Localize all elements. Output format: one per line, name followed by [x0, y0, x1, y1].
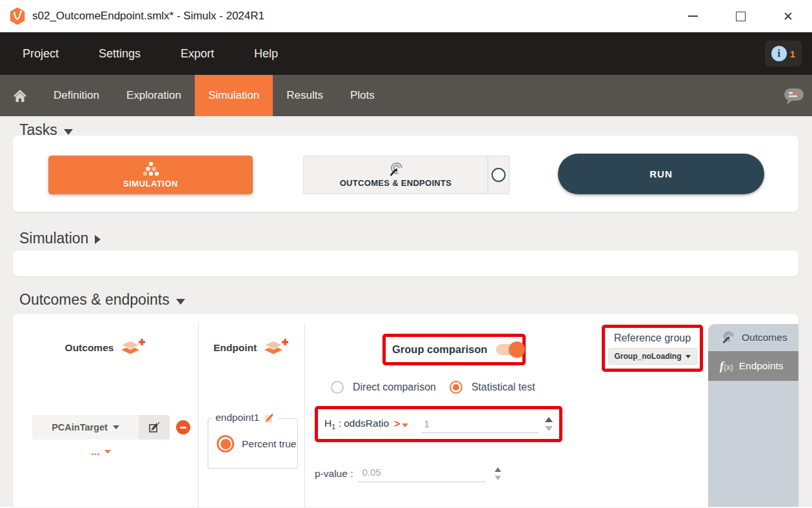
side-tab-outcomes[interactable]: Outcomes — [708, 324, 798, 351]
minimize-icon — [688, 15, 698, 17]
outcomes-endpoints-task-label: OUTCOMES & ENDPOINTS — [340, 178, 452, 188]
menu-export[interactable]: Export — [181, 47, 214, 61]
outcomes-column-header: Outcomes — [13, 337, 198, 359]
add-endpoint-icon[interactable] — [263, 338, 289, 358]
target-arrow-icon — [721, 331, 735, 344]
chevron-down-icon — [686, 355, 691, 358]
run-button[interactable]: RUN — [558, 154, 764, 194]
notification-count: 1 — [790, 48, 795, 59]
tab-plots[interactable]: Plots — [337, 75, 388, 116]
home-button[interactable] — [0, 75, 40, 116]
chat-icon — [782, 85, 806, 106]
more-outcomes-button[interactable]: ... — [91, 445, 111, 458]
minus-icon — [180, 427, 186, 429]
info-icon: i — [771, 46, 787, 61]
reference-group-label: Reference group — [614, 332, 691, 344]
side-panel: Outcomes f(x) Endpoints — [708, 324, 798, 507]
feedback-button[interactable] — [782, 75, 806, 116]
outcomes-endpoints-task-button[interactable]: OUTCOMES & ENDPOINTS — [303, 156, 510, 194]
endpoint-group: endpoint1 Percent true — [208, 418, 298, 469]
collapse-caret-icon — [176, 299, 185, 305]
group-comparison-label: Group comparison — [392, 343, 488, 356]
fx-icon: f(x) — [720, 360, 733, 373]
hypothesis-value-stepper — [545, 417, 553, 431]
chevron-down-icon — [104, 450, 111, 454]
hypothesis-row-highlight: H1 : oddsRatio > 1 — [315, 406, 562, 442]
p-value-label: p-value : — [315, 468, 353, 480]
outcomes-endpoints-card: Outcomes PCAinTarget — [13, 314, 798, 507]
endpoint-column-header: Endpoint — [198, 337, 304, 359]
close-icon: ✕ — [783, 10, 793, 23]
outcome-select-value: PCAinTarget — [52, 422, 108, 432]
close-button[interactable]: ✕ — [764, 0, 812, 32]
menu-bar: Project Settings Export Help i 1 — [0, 32, 812, 75]
task-status-cell[interactable] — [488, 156, 509, 194]
simulation-task-label: SIMULATION — [123, 179, 178, 188]
reference-group-highlight: Reference group Group_noLoading — [602, 325, 703, 372]
more-outcomes-label: ... — [91, 445, 100, 458]
hypothesis-operator-select[interactable]: > — [394, 418, 408, 430]
tab-results[interactable]: Results — [273, 75, 337, 116]
menu-project[interactable]: Project — [23, 47, 59, 61]
decrement-button[interactable] — [495, 476, 501, 480]
group-comparison-toggle[interactable] — [496, 344, 522, 355]
outcomes-column-title: Outcomes — [65, 342, 114, 354]
increment-button[interactable] — [545, 417, 553, 422]
app-icon — [9, 7, 26, 25]
p-value-row: p-value : 0.05 — [315, 465, 501, 482]
endpoint-type-option[interactable]: Percent true — [217, 435, 297, 452]
side-tab-endpoints-label: Endpoints — [739, 360, 784, 372]
group-comparison-highlight: Group comparison — [382, 334, 526, 365]
increment-button[interactable] — [495, 467, 501, 472]
statistical-test-radio[interactable] — [450, 381, 462, 394]
reference-group-value: Group_noLoading — [615, 352, 682, 361]
rename-endpoint-icon[interactable] — [264, 412, 275, 423]
tab-exploration[interactable]: Exploration — [113, 75, 195, 116]
main-tab-bar: Definition Exploration Simulation Result… — [0, 75, 812, 116]
window-controls: ✕ — [669, 0, 812, 32]
simulation-section-header[interactable]: Simulation — [19, 230, 101, 247]
run-button-label: RUN — [649, 168, 673, 179]
outcomes-endpoints-task-main[interactable]: OUTCOMES & ENDPOINTS — [304, 156, 488, 194]
toggle-knob — [509, 341, 525, 358]
simulation-section-title: Simulation — [19, 230, 88, 247]
collapse-caret-icon — [64, 129, 73, 135]
outcomes-endpoints-section-header[interactable]: Outcomes & endpoints — [19, 291, 185, 309]
window-title: s02_OutcomeEndpoint.smlx* - Simulx - 202… — [32, 10, 264, 23]
target-arrow-icon — [388, 162, 404, 177]
endpoint-column-title: Endpoint — [213, 342, 257, 354]
endpoint-type-label: Percent true — [242, 438, 296, 450]
menu-settings[interactable]: Settings — [99, 47, 141, 61]
chevron-down-icon — [402, 423, 408, 427]
reference-group-select[interactable]: Group_noLoading — [608, 348, 697, 365]
minimize-button[interactable] — [669, 0, 717, 32]
p-value-input[interactable]: 0.05 — [358, 465, 486, 482]
maximize-button[interactable] — [717, 0, 764, 32]
menu-help[interactable]: Help — [254, 47, 278, 61]
comparison-mode-options: Direct comparison Statistical test — [331, 381, 535, 394]
simulation-task-button[interactable]: SIMULATION — [48, 156, 253, 194]
edit-icon — [148, 421, 161, 434]
notifications-badge[interactable]: i 1 — [765, 41, 802, 66]
remove-outcome-button[interactable] — [176, 420, 190, 434]
edit-outcome-button[interactable] — [139, 415, 170, 440]
endpoint-legend: endpoint1 — [212, 412, 278, 423]
hypothesis-label: H1 : oddsRatio — [324, 418, 389, 431]
chevron-down-icon — [113, 425, 119, 429]
tab-definition[interactable]: Definition — [40, 75, 113, 116]
hypothesis-operator: > — [394, 418, 400, 430]
p-value-stepper — [495, 467, 501, 480]
endpoint-name: endpoint1 — [215, 412, 259, 423]
maximize-icon — [736, 12, 746, 21]
task-status-icon — [491, 168, 506, 182]
add-outcome-icon[interactable] — [120, 338, 146, 358]
endpoint-type-radio[interactable] — [217, 435, 234, 452]
side-tab-endpoints[interactable]: f(x) Endpoints — [708, 351, 798, 381]
outcome-select[interactable]: PCAinTarget — [32, 415, 139, 440]
decrement-button[interactable] — [545, 426, 553, 431]
direct-comparison-radio[interactable] — [331, 381, 344, 394]
tasks-card: SIMULATION OUTCOMES & ENDPOINTS RUN — [13, 136, 798, 212]
hypothesis-value-input[interactable]: 1 — [421, 416, 539, 433]
tab-simulation[interactable]: Simulation — [195, 75, 273, 116]
home-icon — [13, 89, 27, 103]
